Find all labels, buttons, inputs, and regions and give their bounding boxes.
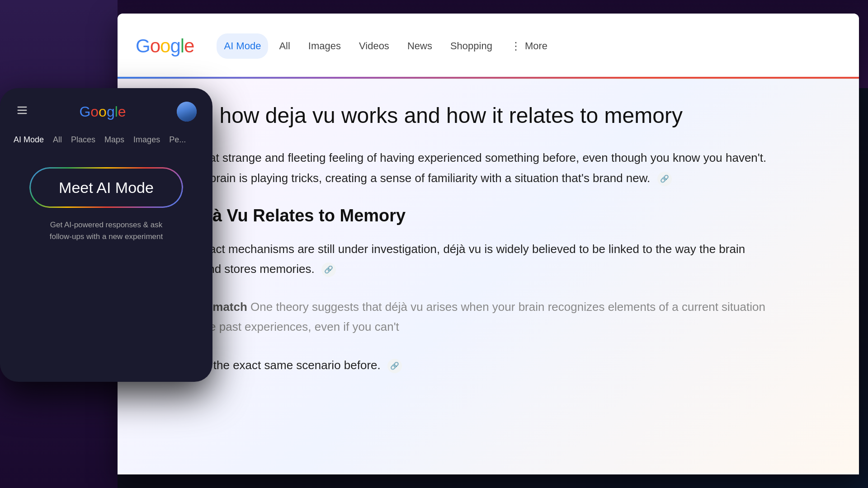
avatar[interactable] <box>177 102 197 122</box>
meet-ai-button-label: Meet AI Mode <box>59 179 154 197</box>
meet-ai-section: Meet AI Mode Get AI-powered responses & … <box>9 167 203 242</box>
mobile-tab-places[interactable]: Places <box>71 135 95 145</box>
mobile-header: Google <box>9 97 203 126</box>
mobile-tab-pe[interactable]: Pe... <box>169 135 186 145</box>
section-heading: How Déjà Vu Relates to Memory <box>145 206 832 225</box>
tab-images[interactable]: Images <box>301 33 348 59</box>
browser-header: Google AI Mode All Images Videos News Sh… <box>118 14 859 79</box>
tab-news[interactable]: News <box>400 33 439 59</box>
mobile-tab-all[interactable]: All <box>53 135 62 145</box>
svg-rect-0 <box>18 107 27 108</box>
tab-videos[interactable]: Videos <box>352 33 396 59</box>
hamburger-icon[interactable] <box>16 104 28 119</box>
gradient-line <box>118 77 859 79</box>
dots-icon: ⋮ <box>510 40 521 52</box>
google-logo: Google <box>136 35 194 57</box>
paragraph-2: While the exact mechanisms are still und… <box>145 239 778 279</box>
paragraph-4: encountered the exact same scenario befo… <box>145 355 778 375</box>
tab-ai-mode[interactable]: AI Mode <box>217 33 268 59</box>
mobile-tab-images[interactable]: Images <box>133 135 160 145</box>
nav-tabs: AI Mode All Images Videos News Shopping … <box>217 14 555 79</box>
paragraph-3-faded: Memory Mismatch One theory suggests that… <box>145 297 778 337</box>
tab-all[interactable]: All <box>272 33 297 59</box>
meet-ai-description: Get AI-powered responses & ask follow-up… <box>38 219 174 242</box>
link-icon-1[interactable]: 🔗 <box>657 172 672 186</box>
mobile-google-logo: Google <box>79 103 126 120</box>
link-icon-3[interactable]: 🔗 <box>387 359 402 373</box>
tab-shopping[interactable]: Shopping <box>443 33 500 59</box>
mobile-nav-tabs: AI Mode All Places Maps Images Pe... <box>9 135 203 145</box>
paragraph-1: Déjà vu is that strange and fleeting fee… <box>145 148 778 188</box>
query-title: explain how deja vu works and how it rel… <box>145 102 832 130</box>
mobile-tab-maps[interactable]: Maps <box>104 135 124 145</box>
svg-rect-1 <box>18 110 27 111</box>
browser-window: Google AI Mode All Images Videos News Sh… <box>118 14 859 474</box>
browser-content: explain how deja vu works and how it rel… <box>118 79 859 474</box>
mobile-overlay: Google AI Mode All Places Maps Images Pe… <box>0 88 212 382</box>
svg-rect-2 <box>18 113 27 114</box>
link-icon-2[interactable]: 🔗 <box>321 263 336 277</box>
tab-more[interactable]: ⋮ More <box>503 33 555 59</box>
meet-ai-button[interactable]: Meet AI Mode <box>29 167 183 208</box>
avatar-image <box>177 102 197 122</box>
mobile-tab-ai-mode[interactable]: AI Mode <box>14 135 44 145</box>
